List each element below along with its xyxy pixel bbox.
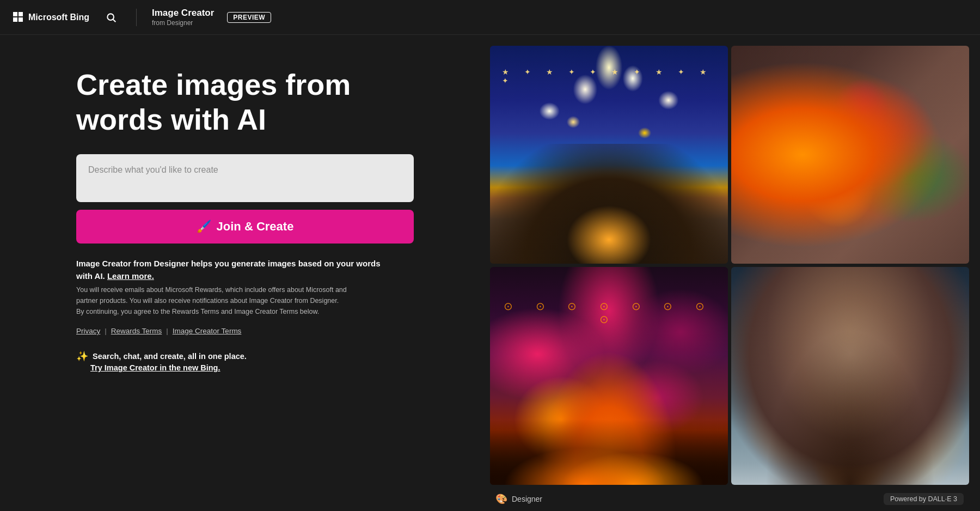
left-panel: Create images from words with AI 🖌️ Join… [0, 35, 490, 511]
nav-divider [136, 9, 137, 26]
powered-badge: Powered by DALL·E 3 [884, 493, 964, 505]
app-title: Image Creator [152, 8, 214, 19]
sparkle-icon: ✨ [76, 350, 88, 362]
promo-text: Search, chat, and create, all in one pla… [93, 352, 247, 361]
terms-links: Privacy | Rewards Terms | Image Creator … [76, 327, 446, 335]
app-subtitle: from Designer [152, 19, 214, 27]
designer-name: Designer [512, 495, 542, 503]
helper-bold-text: Image Creator from Designer helps you ge… [76, 258, 392, 282]
brand-section: Microsoft Bing Image Creator from Design… [13, 8, 271, 27]
bing-promo: ✨ Search, chat, and create, all in one p… [76, 350, 446, 372]
svg-rect-3 [19, 17, 23, 22]
image-1 [490, 46, 728, 264]
bing-logo[interactable]: Microsoft Bing [13, 12, 89, 23]
designer-icon: 🎨 [495, 493, 507, 505]
bing-promo-top: ✨ Search, chat, and create, all in one p… [76, 350, 446, 362]
search-button[interactable] [101, 8, 121, 27]
join-create-button[interactable]: 🖌️ Join & Create [76, 210, 414, 244]
bing-logo-text: Microsoft Bing [28, 13, 89, 22]
svg-line-5 [113, 19, 116, 22]
prompt-input[interactable] [76, 154, 414, 202]
preview-badge: PREVIEW [227, 12, 271, 23]
svg-rect-1 [19, 12, 23, 16]
svg-rect-2 [13, 17, 17, 22]
search-icon [106, 12, 117, 23]
privacy-link[interactable]: Privacy [76, 327, 100, 335]
navbar: Microsoft Bing Image Creator from Design… [0, 0, 980, 35]
image-4 [731, 267, 969, 485]
svg-rect-0 [13, 12, 17, 16]
bing-promo-link[interactable]: Try Image Creator in the new Bing. [90, 363, 446, 372]
main-content: Create images from words with AI 🖌️ Join… [0, 35, 980, 511]
terms-sep-1: | [105, 327, 107, 335]
learn-more-link[interactable]: Learn more. [107, 271, 154, 281]
join-create-label: Join & Create [217, 220, 294, 234]
right-panel: 🎨 Designer Powered by DALL·E 3 [490, 35, 980, 511]
designer-label: 🎨 Designer [495, 493, 542, 505]
svg-point-4 [107, 14, 114, 20]
app-title-block: Image Creator from Designer [152, 8, 214, 27]
rewards-terms-link[interactable]: Rewards Terms [111, 327, 162, 335]
terms-sep-2: | [166, 327, 168, 335]
helper-small-text: You will receive emails about Microsoft … [76, 284, 348, 317]
hero-title: Create images from words with AI [76, 68, 414, 137]
brush-icon: 🖌️ [197, 220, 211, 234]
image-3 [490, 267, 728, 485]
image-footer: 🎨 Designer Powered by DALL·E 3 [490, 487, 969, 511]
image-creator-terms-link[interactable]: Image Creator Terms [173, 327, 242, 335]
image-grid [490, 46, 969, 511]
bing-grid-icon [13, 12, 24, 23]
image-2 [731, 46, 969, 264]
